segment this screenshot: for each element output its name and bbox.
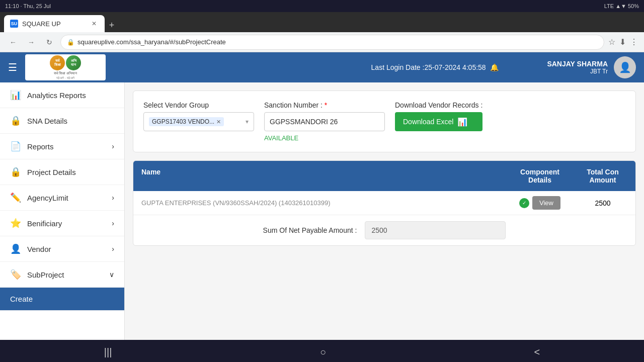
logo-inner: सर्वशिक्षा अभियान सर्व शिक्षा अभियान पढ़… — [50, 55, 81, 80]
table-header: Name Component Details Total Con Amount — [133, 161, 635, 191]
status-bar: 11:10 · Thu, 25 Jul LTE ▲▼ 50% — [0, 0, 644, 12]
user-info: SANJAY SHARMA JBT Tr — [547, 60, 608, 75]
bottom-nav: ||| ○ < — [0, 340, 644, 362]
sidebar-item-project[interactable]: 🔒 Project Details — [0, 159, 124, 185]
content-area: Select Vendor Group GGPS17403 VENDO... ✕… — [125, 82, 644, 340]
header-right: SANJAY SHARMA JBT Tr 👤 — [547, 56, 636, 78]
download-excel-button[interactable]: Download Excel 📊 — [395, 112, 482, 131]
vendor-group-select[interactable]: GGPS17403 VENDO... ✕ ▾ — [143, 112, 254, 131]
address-bar-row: ← → ↻ 🔒 squareuplive.com/ssa_haryana/#/s… — [0, 32, 644, 52]
available-status: AVAILABLE — [264, 134, 385, 142]
sum-value: 2500 — [365, 221, 506, 239]
hamburger-menu[interactable]: ☰ — [8, 61, 17, 73]
sum-row: Sum Of Net Payable Amount : 2500 — [133, 215, 635, 245]
vendor-select-arrow: ▾ — [246, 118, 249, 125]
address-bar[interactable]: 🔒 squareuplive.com/ssa_haryana/#/subProj… — [60, 35, 604, 50]
reports-arrow-icon: › — [112, 142, 114, 150]
app-header: ☰ सर्वशिक्षा अभियान सर्व शिक्षा अभियान प… — [0, 52, 644, 82]
agency-arrow-icon: › — [112, 194, 114, 202]
sanction-label: Sanction Number : * — [264, 101, 385, 109]
subproject-icon: 🏷️ — [10, 269, 21, 280]
main-layout: 📊 Analytics Reports 🔒 SNA Details 📄 Repo… — [0, 82, 644, 340]
sidebar-item-create[interactable]: Create — [0, 288, 124, 311]
bell-icon[interactable]: 🔔 — [490, 63, 499, 71]
browser-tab[interactable]: SU SQUARE UP ✕ — [4, 15, 105, 32]
sidebar-item-subproject[interactable]: 🏷️ SubProject ∨ — [0, 262, 124, 288]
view-button[interactable]: View — [532, 196, 560, 210]
vendor-tag: GGPS17403 VENDO... ✕ — [149, 117, 224, 126]
form-section: Select Vendor Group GGPS17403 VENDO... ✕… — [133, 90, 636, 152]
logo-box: सर्वशिक्षा अभियान सर्व शिक्षा अभियान पढ़… — [25, 54, 106, 80]
sidebar-item-sna[interactable]: 🔒 SNA Details — [0, 108, 124, 134]
sidebar-item-analytics[interactable]: 📊 Analytics Reports — [0, 82, 124, 108]
sna-icon: 🔒 — [10, 115, 21, 126]
vendor-icon: 👤 — [10, 243, 21, 254]
sidebar-item-agency[interactable]: ✏️ AgencyLimit › — [0, 185, 124, 211]
sidebar-label-sna: SNA Details — [27, 117, 67, 125]
sidebar-label-reports: Reports — [27, 142, 54, 151]
subproject-arrow-icon: ∨ — [109, 270, 114, 279]
vendor-select-tags: GGPS17403 VENDO... ✕ — [149, 117, 224, 126]
sidebar-label-subproject: SubProject — [27, 270, 64, 279]
sanction-input[interactable] — [264, 112, 385, 131]
sidebar-item-reports[interactable]: 📄 Reports › — [0, 134, 124, 159]
project-icon: 🔒 — [10, 166, 21, 177]
url-text: squareuplive.com/ssa_haryana/#/subProjec… — [77, 38, 226, 46]
beneficiary-arrow-icon: › — [112, 219, 114, 227]
green-status-dot: ✓ — [519, 198, 529, 208]
vendor-tag-remove[interactable]: ✕ — [216, 119, 221, 125]
vendor-group-label: Select Vendor Group — [143, 101, 254, 109]
form-row: Select Vendor Group GGPS17403 VENDO... ✕… — [143, 101, 625, 142]
sidebar-item-beneficiary[interactable]: ⭐ Benificiary › — [0, 211, 124, 236]
td-vendor-name: GUPTA ENTERPRISES (VN/9360SSAH/2024) (14… — [133, 199, 510, 207]
table-row: GUPTA ENTERPRISES (VN/9360SSAH/2024) (14… — [133, 191, 635, 215]
browser-menu-icon[interactable]: ⋮ — [630, 37, 638, 47]
lock-icon: 🔒 — [67, 39, 74, 46]
header-last-login: Last Login Date :25-07-2024 4:05:58 🔔 — [331, 63, 539, 71]
logo-text: सर्व शिक्षा अभियान — [54, 71, 77, 75]
app-container: ☰ सर्वशिक्षा अभियान सर्व शिक्षा अभियान प… — [0, 52, 644, 340]
sidebar-label-project: Project Details — [27, 168, 76, 176]
vendor-arrow-icon: › — [112, 245, 114, 253]
agency-icon: ✏️ — [10, 192, 21, 203]
user-role: JBT Tr — [547, 68, 608, 75]
back-nav-button[interactable]: ||| — [84, 342, 132, 362]
tab-bar: SU SQUARE UP ✕ + — [0, 12, 644, 32]
td-component-details: ✓ View — [510, 196, 570, 210]
bookmark-icon[interactable]: ☆ — [608, 37, 615, 47]
download-field: Download Vendor Records : Download Excel… — [395, 101, 482, 131]
status-right: LTE ▲▼ 50% — [604, 3, 639, 9]
tab-favicon: SU — [10, 20, 18, 28]
sanction-field: Sanction Number : * AVAILABLE — [264, 101, 385, 142]
recent-nav-button[interactable]: < — [514, 342, 560, 362]
sum-label: Sum Of Net Payable Amount : — [263, 226, 357, 234]
sidebar-label-beneficiary: Benificiary — [27, 219, 62, 228]
td-total-amount: 2500 — [570, 199, 635, 207]
sidebar: 📊 Analytics Reports 🔒 SNA Details 📄 Repo… — [0, 82, 125, 340]
th-total: Total Con Amount — [570, 161, 635, 191]
user-avatar[interactable]: 👤 — [614, 56, 636, 78]
th-component: Component Details — [510, 161, 570, 191]
new-tab-button[interactable]: + — [105, 18, 119, 32]
th-name: Name — [133, 161, 510, 191]
sidebar-item-vendor[interactable]: 👤 Vendor › — [0, 236, 124, 262]
status-time: 11:10 · Thu, 25 Jul — [5, 3, 51, 9]
home-nav-button[interactable]: ○ — [300, 342, 346, 362]
tab-close-button[interactable]: ✕ — [90, 19, 99, 28]
vendor-group-field: Select Vendor Group GGPS17403 VENDO... ✕… — [143, 101, 254, 131]
sidebar-label-analytics: Analytics Reports — [27, 91, 86, 100]
forward-button[interactable]: → — [24, 35, 38, 49]
analytics-icon: 📊 — [10, 89, 21, 101]
sidebar-label-vendor: Vendor — [27, 245, 51, 253]
sidebar-label-create: Create — [10, 295, 33, 303]
table-section: Name Component Details Total Con Amount … — [133, 160, 636, 246]
tab-title: SQUARE UP — [22, 20, 61, 28]
beneficiary-icon: ⭐ — [10, 218, 21, 229]
reports-icon: 📄 — [10, 141, 21, 152]
back-button[interactable]: ← — [6, 35, 20, 49]
required-marker: * — [325, 101, 327, 109]
download-icon[interactable]: ⬇ — [619, 37, 626, 47]
excel-icon: 📊 — [457, 117, 467, 127]
sidebar-label-agency: AgencyLimit — [27, 194, 68, 202]
reload-button[interactable]: ↻ — [42, 35, 56, 49]
